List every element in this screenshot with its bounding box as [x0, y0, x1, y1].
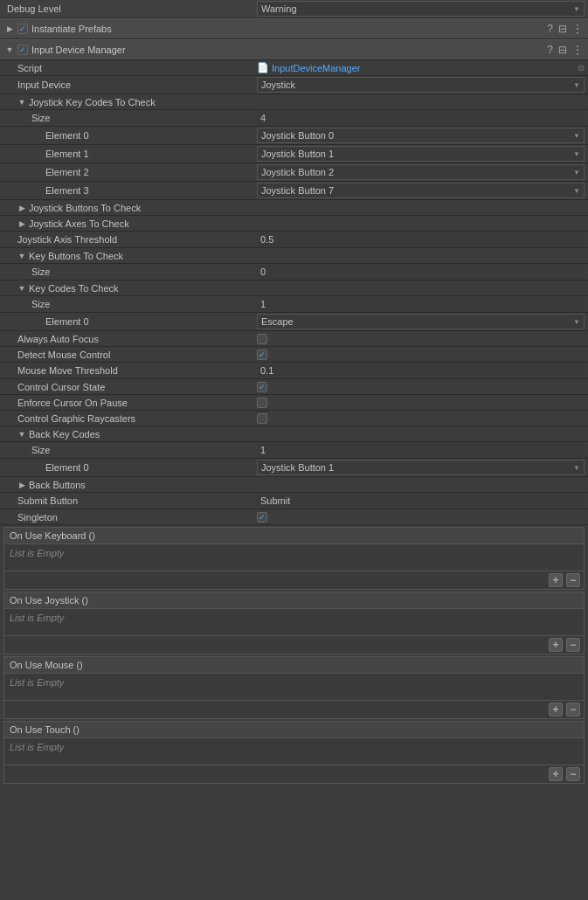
joystick-key-codes-element-3-label: Element 3	[3, 185, 257, 196]
back-buttons-toggle[interactable]	[17, 481, 26, 489]
input-device-manager-settings-icon[interactable]: ⊟	[558, 44, 567, 56]
joystick-axes-section[interactable]: Joystick Axes To Check	[0, 216, 588, 232]
back-key-codes-element-0-value[interactable]: Joystick Button 1 ▼	[257, 460, 585, 475]
singleton-value[interactable]	[257, 512, 585, 523]
back-key-codes-size-input[interactable]	[257, 443, 585, 457]
mouse-move-threshold-input[interactable]	[257, 363, 585, 377]
joystick-key-codes-element-0-value[interactable]: Joystick Button 0 ▼	[257, 128, 585, 143]
on-use-touch-event: On Use Touch () List is Empty + −	[3, 721, 585, 784]
control-cursor-state-checkbox[interactable]	[257, 382, 267, 392]
joystick-button-0-dropdown[interactable]: Joystick Button 0 ▼	[257, 128, 585, 143]
on-use-mouse-add-button[interactable]: +	[549, 703, 563, 717]
script-link[interactable]: 📄 InputDeviceManager	[257, 62, 361, 73]
key-buttons-section[interactable]: Key Buttons To Check	[0, 248, 588, 264]
on-use-keyboard-add-button[interactable]: +	[549, 573, 563, 587]
back-buttons-text: Back Buttons	[29, 480, 86, 490]
detect-mouse-control-value[interactable]	[257, 350, 585, 360]
escape-dropdown[interactable]: Escape ▼	[257, 314, 585, 329]
joystick-key-codes-size-input[interactable]	[257, 111, 585, 125]
back-joystick-button-1-dropdown[interactable]: Joystick Button 1 ▼	[257, 460, 585, 475]
on-use-mouse-event: On Use Mouse () List is Empty + −	[3, 656, 585, 719]
key-codes-section[interactable]: Key Codes To Check	[0, 280, 588, 296]
on-use-joystick-remove-button[interactable]: −	[566, 638, 580, 652]
input-device-manager-header[interactable]: Input Device Manager ? ⊟ ⋮	[0, 39, 588, 60]
key-codes-size-input[interactable]	[257, 297, 585, 311]
always-auto-focus-value[interactable]	[257, 334, 585, 344]
input-device-manager-help-icon[interactable]: ?	[547, 44, 553, 56]
on-use-touch-add-button[interactable]: +	[549, 767, 563, 781]
joystick-key-codes-section[interactable]: Joystick Key Codes To Check	[0, 94, 588, 110]
joystick-key-codes-toggle[interactable]	[17, 98, 26, 107]
joystick-key-codes-element-1-value[interactable]: Joystick Button 1 ▼	[257, 146, 585, 162]
on-use-mouse-empty: List is Empty	[10, 677, 64, 688]
input-device-dropdown[interactable]: Joystick ▼	[257, 77, 585, 93]
script-value[interactable]: 📄 InputDeviceManager ⊙	[257, 62, 585, 73]
key-buttons-size-value[interactable]	[257, 265, 585, 279]
joystick-buttons-toggle[interactable]	[17, 204, 26, 212]
control-cursor-state-value[interactable]	[257, 382, 585, 392]
on-use-mouse-remove-button[interactable]: −	[566, 703, 580, 717]
input-device-manager-menu-icon[interactable]: ⋮	[572, 44, 583, 56]
key-codes-toggle[interactable]	[17, 284, 26, 293]
key-buttons-text: Key Buttons To Check	[29, 251, 123, 261]
control-graphic-raycasters-value[interactable]	[257, 413, 585, 424]
input-device-manager-checkbox[interactable]	[17, 45, 28, 55]
submit-button-value[interactable]	[257, 494, 585, 508]
singleton-row: Singleton	[0, 509, 588, 525]
on-use-mouse-footer: + −	[4, 700, 584, 718]
on-use-keyboard-remove-button[interactable]: −	[566, 573, 580, 587]
joystick-buttons-text: Joystick Buttons To Check	[29, 203, 141, 213]
joystick-key-codes-text: Joystick Key Codes To Check	[29, 97, 156, 107]
joystick-key-codes-element-2-value[interactable]: Joystick Button 2 ▼	[257, 164, 585, 180]
input-device-value[interactable]: Joystick ▼	[257, 77, 585, 93]
joystick-button-1-dropdown[interactable]: Joystick Button 1 ▼	[257, 146, 585, 162]
instantiate-prefabs-settings-icon[interactable]: ⊟	[558, 23, 567, 35]
joystick-button-2-dropdown[interactable]: Joystick Button 2 ▼	[257, 164, 585, 180]
joystick-buttons-section[interactable]: Joystick Buttons To Check	[0, 200, 588, 216]
back-key-codes-element-0-text: Element 0	[45, 462, 89, 473]
joystick-axes-toggle[interactable]	[17, 219, 26, 228]
debug-level-text: Debug Level	[7, 3, 61, 14]
joystick-axis-threshold-input[interactable]	[257, 232, 585, 246]
on-use-joystick-add-button[interactable]: +	[549, 638, 563, 652]
submit-button-input[interactable]	[257, 494, 585, 508]
instantiate-prefabs-checkbox[interactable]	[17, 24, 28, 34]
instantiate-prefabs-toggle[interactable]	[5, 24, 14, 33]
joystick-key-codes-element-3-text: Element 3	[45, 185, 89, 196]
joystick-axis-threshold-value[interactable]	[257, 232, 585, 246]
mouse-move-threshold-value[interactable]	[257, 363, 585, 377]
control-graphic-raycasters-text: Control Graphic Raycasters	[17, 413, 135, 424]
joystick-key-codes-size-value[interactable]	[257, 111, 585, 125]
enforce-cursor-on-pause-value[interactable]	[257, 398, 585, 408]
singleton-checkbox[interactable]	[257, 512, 267, 523]
key-codes-text: Key Codes To Check	[29, 283, 119, 294]
debug-level-value[interactable]: Warning ▼	[257, 1, 585, 17]
submit-button-text: Submit Button	[17, 495, 78, 506]
always-auto-focus-checkbox[interactable]	[257, 334, 267, 344]
key-codes-size-value[interactable]	[257, 297, 585, 311]
joystick-button-7-dropdown[interactable]: Joystick Button 7 ▼	[257, 183, 585, 198]
back-key-codes-size-value[interactable]	[257, 443, 585, 457]
key-buttons-toggle[interactable]	[17, 252, 26, 260]
script-target-icon[interactable]: ⊙	[578, 63, 585, 73]
instantiate-prefabs-header[interactable]: Instantiate Prefabs ? ⊟ ⋮	[0, 18, 588, 39]
back-key-codes-section[interactable]: Back Key Codes	[0, 426, 588, 442]
key-buttons-size-input[interactable]	[257, 265, 585, 279]
on-use-touch-header: On Use Touch ()	[4, 722, 584, 738]
key-codes-element-0-row: Element 0 Escape ▼	[0, 313, 588, 331]
input-device-manager-toggle[interactable]	[5, 45, 14, 54]
instantiate-prefabs-menu-icon[interactable]: ⋮	[572, 23, 583, 35]
back-buttons-label: Back Buttons	[3, 480, 257, 490]
enforce-cursor-on-pause-checkbox[interactable]	[257, 398, 267, 408]
debug-level-dropdown[interactable]: Warning ▼	[257, 1, 585, 17]
control-graphic-raycasters-checkbox[interactable]	[257, 413, 267, 424]
debug-level-label: Debug Level	[3, 3, 257, 14]
on-use-touch-remove-button[interactable]: −	[566, 767, 580, 781]
key-codes-element-0-value[interactable]: Escape ▼	[257, 314, 585, 329]
back-buttons-section[interactable]: Back Buttons	[0, 477, 588, 493]
joystick-key-codes-element-3-value[interactable]: Joystick Button 7 ▼	[257, 183, 585, 198]
detect-mouse-control-checkbox[interactable]	[257, 350, 267, 360]
on-use-keyboard-header: On Use Keyboard ()	[4, 528, 584, 544]
instantiate-prefabs-help-icon[interactable]: ?	[547, 23, 553, 35]
back-key-codes-toggle[interactable]	[17, 430, 26, 439]
